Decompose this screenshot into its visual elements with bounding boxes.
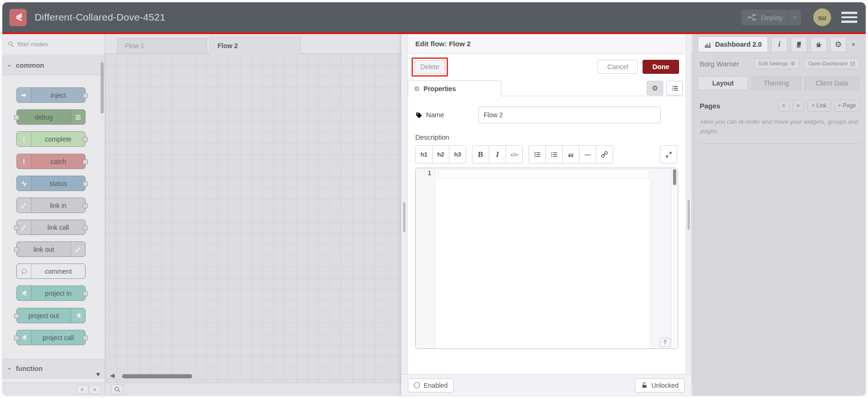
- project-icon: [17, 286, 31, 300]
- output-port: [83, 181, 88, 186]
- heading2-button[interactable]: h2: [432, 145, 449, 163]
- tab-theming[interactable]: Theming: [752, 76, 801, 90]
- link-in-icon: [17, 198, 31, 213]
- ordered-list-button[interactable]: [528, 145, 546, 163]
- output-port: [83, 335, 88, 341]
- link-button[interactable]: [596, 145, 613, 163]
- code-button[interactable]: </>: [506, 145, 523, 163]
- open-dashboard-button[interactable]: Open Dashboard: [803, 58, 860, 69]
- palette: filter nodes › common inject debug !: [2, 34, 105, 396]
- italic-button[interactable]: I: [489, 145, 506, 163]
- tab-properties[interactable]: ⚙ Properties: [408, 80, 501, 96]
- hr-icon: —: [585, 151, 591, 158]
- delete-button[interactable]: Delete: [414, 60, 445, 74]
- divider: [700, 143, 860, 144]
- palette-scroll-more-icon[interactable]: ▼: [95, 371, 101, 378]
- palette-node-complete[interactable]: ! complete: [16, 131, 86, 147]
- done-button[interactable]: Done: [643, 60, 679, 74]
- env-vars-view-button[interactable]: [666, 81, 683, 95]
- tab-layout[interactable]: Layout: [698, 76, 748, 90]
- palette-node-status[interactable]: status: [16, 176, 86, 191]
- add-page-button[interactable]: + Page: [834, 100, 860, 112]
- tray-right-scrollbar[interactable]: [686, 34, 691, 374]
- gear-icon: ⚙: [790, 61, 795, 67]
- flow-name-input[interactable]: [478, 107, 661, 123]
- tab-client-data[interactable]: Client Data: [804, 76, 859, 90]
- info-tab-button[interactable]: i: [771, 37, 788, 52]
- debug-tab-button[interactable]: [810, 37, 827, 52]
- output-port: [83, 225, 88, 230]
- palette-node-comment[interactable]: comment: [16, 263, 86, 279]
- tab-flow-2[interactable]: Flow 2: [210, 37, 301, 54]
- debug-list-icon: [71, 110, 85, 124]
- bold-button[interactable]: B: [472, 145, 489, 163]
- scroll-left-icon[interactable]: ◀: [110, 372, 115, 379]
- palette-node-debug[interactable]: debug: [16, 109, 86, 125]
- unordered-list-button[interactable]: [545, 145, 563, 163]
- tab-dashboard-2[interactable]: Dashboard 2.0: [698, 36, 768, 52]
- right-sidebar: Dashboard 2.0 i ⚙ ▾ Borg Warner Edit Set…: [694, 34, 866, 396]
- add-link-button[interactable]: + Link: [807, 100, 831, 112]
- help-book-button[interactable]: [791, 37, 807, 52]
- tab-flow-1[interactable]: Flow 1: [117, 38, 207, 53]
- tray-left-scrollbar[interactable]: [401, 34, 408, 374]
- search-icon: [114, 386, 121, 393]
- gear-icon: ⚙: [414, 85, 420, 92]
- palette-scrollbar[interactable]: [101, 62, 104, 114]
- settings-tab-button[interactable]: ⚙: [830, 37, 846, 52]
- expand-editor-button[interactable]: [660, 145, 677, 163]
- user-avatar[interactable]: su: [813, 8, 831, 26]
- input-port: [14, 225, 19, 230]
- edit-settings-button[interactable]: Edit Settings ⚙: [754, 58, 800, 69]
- zoom-search-button[interactable]: [111, 384, 123, 395]
- deploy-button[interactable]: Deploy ▾: [741, 9, 801, 25]
- markdown-toolbar: h1 h2 h3 B I </>: [415, 145, 678, 163]
- palette-node-inject[interactable]: inject: [16, 87, 86, 103]
- edit-properties-view-button[interactable]: ⚙: [647, 81, 663, 95]
- tray-footer: Enabled Unlocked: [401, 374, 691, 396]
- editor-scrollbar[interactable]: [671, 168, 678, 348]
- sidebar-menu-caret[interactable]: ▾: [852, 41, 855, 48]
- move-down-button[interactable]: »: [793, 100, 804, 112]
- heading3-button[interactable]: h3: [449, 145, 466, 163]
- palette-node-link-call[interactable]: link call: [16, 220, 86, 235]
- description-editor[interactable]: 1 ?: [415, 168, 678, 349]
- main-container: filter nodes › common inject debug !: [2, 34, 866, 396]
- blockquote-button[interactable]: “: [562, 145, 579, 163]
- horizontal-scrollbar[interactable]: [122, 374, 192, 378]
- move-up-button[interactable]: «: [778, 100, 790, 112]
- palette-collapse-all-button[interactable]: «: [77, 385, 88, 394]
- flow-lock-toggle[interactable]: Unlocked: [635, 378, 685, 392]
- palette-node-project-in[interactable]: project in: [16, 285, 86, 301]
- editor-help-button[interactable]: ?: [660, 338, 670, 347]
- flow-enabled-toggle[interactable]: Enabled: [408, 378, 454, 392]
- chain-link-icon: [601, 151, 608, 158]
- palette-category-common[interactable]: › common: [2, 56, 105, 75]
- palette-node-project-out[interactable]: project out: [16, 308, 86, 323]
- deploy-icon: [747, 14, 757, 21]
- exclamation-icon: !: [17, 154, 31, 169]
- palette-filter-input[interactable]: filter nodes: [2, 34, 105, 55]
- deploy-options-caret[interactable]: ▾: [788, 10, 801, 25]
- bar-chart-icon: [704, 41, 712, 48]
- unordered-list-icon: [550, 151, 558, 158]
- quote-icon: “: [568, 155, 574, 160]
- palette-node-project-call[interactable]: project call: [16, 330, 86, 345]
- status-pulse-icon: [17, 176, 31, 191]
- palette-node-catch[interactable]: ! catch: [16, 154, 86, 169]
- radio-circle-icon: [414, 382, 420, 388]
- horizontal-rule-button[interactable]: —: [579, 145, 596, 163]
- sidebar-tab-bar: Dashboard 2.0 i ⚙ ▾: [694, 34, 866, 55]
- palette-filter-placeholder: filter nodes: [17, 41, 48, 48]
- cancel-button[interactable]: Cancel: [598, 60, 638, 74]
- main-menu-icon[interactable]: [841, 12, 857, 23]
- heading1-button[interactable]: h1: [415, 145, 433, 163]
- tray-title: Edit flow: Flow 2: [408, 34, 686, 54]
- palette-node-link-in[interactable]: link in: [16, 198, 86, 213]
- dashboard-project-name: Borg Warner: [700, 60, 751, 68]
- output-port: [83, 137, 88, 142]
- palette-expand-all-button[interactable]: »: [89, 385, 101, 394]
- palette-category-function[interactable]: › function: [2, 359, 105, 378]
- palette-node-link-out[interactable]: link out: [16, 242, 86, 257]
- project-icon: [71, 308, 85, 323]
